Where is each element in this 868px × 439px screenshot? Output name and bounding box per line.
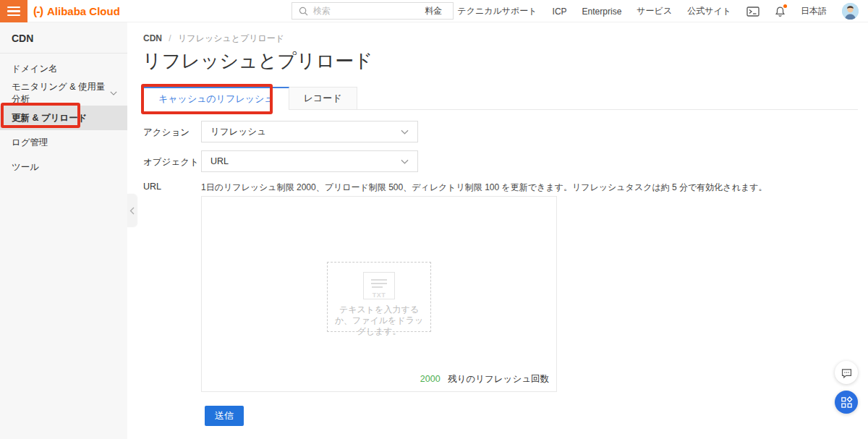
breadcrumb-separator: / (169, 33, 171, 43)
sidebar-item-refresh-preload[interactable]: 更新 & プリロード (0, 106, 127, 130)
chevron-down-icon (401, 129, 409, 135)
breadcrumb: CDN / リフレッシュとプリロード (143, 33, 284, 45)
feedback-button[interactable] (835, 361, 858, 384)
nav-technical-support[interactable]: テクニカルサポート (457, 5, 537, 17)
notification-dot (783, 4, 787, 8)
remaining-quota-value: 2000 (420, 374, 441, 384)
txt-file-icon: TXT (363, 272, 395, 299)
alibaba-cloud-logo[interactable]: (-) Alibaba Cloud (33, 0, 120, 22)
url-textarea[interactable]: TXT テキストを入力するか、ファイルをドラッグします。 2000 残りのリフレ… (201, 196, 557, 392)
search-placeholder: 検索 (313, 5, 331, 17)
alibaba-cloud-logo-text: Alibaba Cloud (47, 5, 120, 17)
topbar: (-) Alibaba Cloud 検索 料金 テクニカルサポート ICP En… (0, 0, 868, 22)
file-dropzone[interactable]: TXT テキストを入力するか、ファイルをドラッグします。 (327, 262, 431, 332)
topnav: 料金 テクニカルサポート ICP Enterprise サービス 公式サイト 日… (425, 0, 868, 22)
dropzone-text: テキストを入力するか、ファイルをドラッグします。 (331, 304, 427, 337)
action-label: アクション (143, 127, 190, 139)
quota-hint-text: 1日のリフレッシュ制限 2000、プリロード制限 500、ディレクトリ制限 10… (201, 182, 767, 194)
sidebar-title: CDN (0, 22, 127, 53)
user-avatar[interactable] (842, 3, 859, 20)
tab-records[interactable]: レコード (289, 87, 357, 110)
tab-cache-refresh[interactable]: キャッシュのリフレッシュ (143, 87, 289, 110)
search-icon (299, 7, 308, 16)
chevron-down-icon (401, 159, 409, 164)
breadcrumb-current: リフレッシュとプリロード (178, 33, 284, 43)
remaining-quota: 2000 残りのリフレッシュ回数 (420, 373, 549, 385)
object-select-value: URL (210, 156, 229, 166)
object-label: オブジェクト (143, 156, 199, 169)
sidebar-item-log-management[interactable]: ログ管理 (0, 130, 127, 155)
nav-pricing[interactable]: 料金 (425, 5, 442, 17)
object-select[interactable]: URL (201, 150, 418, 172)
language-selector[interactable]: 日本語 (801, 5, 827, 17)
txt-file-icon-label: TXT (373, 291, 386, 299)
chevron-left-icon (129, 207, 135, 215)
main-content: CDN / リフレッシュとプリロード リフレッシュとプリロード キャッシュのリフ… (127, 22, 868, 439)
breadcrumb-cdn[interactable]: CDN (143, 33, 162, 43)
sidebar-divider (0, 53, 127, 54)
sidebar-collapse-handle[interactable] (127, 194, 137, 227)
hamburger-menu-button[interactable] (0, 0, 27, 22)
sidebar-item-monitoring-usage[interactable]: モニタリング & 使用量分析 (0, 81, 127, 106)
url-label: URL (143, 182, 161, 192)
page-title: リフレッシュとプリロード (142, 48, 373, 74)
submit-button[interactable]: 送信 (205, 406, 244, 426)
nav-official-site[interactable]: 公式サイト (687, 5, 731, 17)
feedback-bubble-icon (841, 367, 853, 379)
action-select-value: リフレッシュ (210, 126, 266, 138)
action-select[interactable]: リフレッシュ (201, 121, 418, 142)
nav-enterprise[interactable]: Enterprise (582, 7, 622, 17)
sidebar: CDN ドメイン名 モニタリング & 使用量分析 更新 & プリロード ログ管理… (0, 22, 127, 439)
apps-grid-icon (841, 396, 853, 409)
console-terminal-icon[interactable] (746, 7, 760, 17)
tabs: キャッシュのリフレッシュ レコード (143, 87, 357, 110)
sidebar-item-domain-names[interactable]: ドメイン名 (0, 56, 127, 81)
remaining-quota-label: 残りのリフレッシュ回数 (448, 374, 549, 384)
nav-services[interactable]: サービス (637, 5, 672, 17)
alibaba-cloud-logo-icon: (-) (33, 5, 43, 18)
chevron-down-icon (110, 91, 117, 95)
quick-apps-button[interactable] (835, 391, 858, 414)
sidebar-item-tools[interactable]: ツール (0, 155, 127, 179)
nav-icp[interactable]: ICP (553, 7, 567, 17)
notifications-bell-icon[interactable] (775, 6, 786, 17)
